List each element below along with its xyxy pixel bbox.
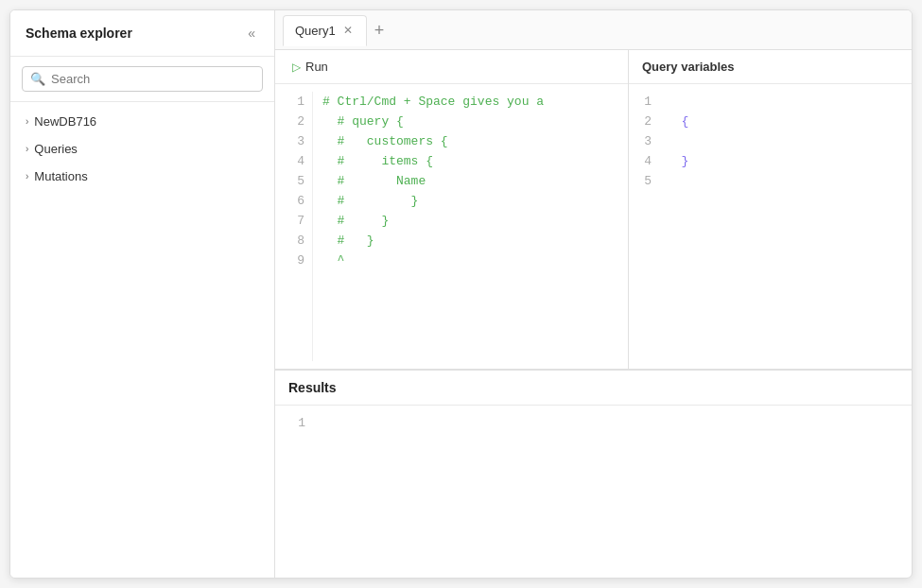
qv-line-number: 5 xyxy=(635,171,652,191)
code-editor[interactable]: 1 2 3 4 5 6 7 8 9 # Ctrl/Cmd + Space giv… xyxy=(275,84,628,369)
chevron-icon: › xyxy=(26,171,28,182)
line-numbers: 1 2 3 4 5 6 7 8 9 xyxy=(275,92,313,361)
nav-items: › NewDB716 › Queries › Mutations xyxy=(10,102,274,196)
code-content: # Ctrl/Cmd + Space gives you a # query {… xyxy=(313,92,628,361)
code-line: # } xyxy=(322,191,618,211)
line-number: 2 xyxy=(283,112,304,131)
sidebar-item-mutations[interactable]: › Mutations xyxy=(10,163,274,190)
code-line: # customers { xyxy=(322,131,618,151)
qv-line-number: 4 xyxy=(635,151,652,171)
qv-line-number: 2 xyxy=(635,112,652,131)
chevron-icon: › xyxy=(26,144,28,154)
code-line: ^ xyxy=(322,251,618,270)
code-line: # query { xyxy=(322,112,618,131)
code-line: # } xyxy=(322,231,618,251)
main-content: Query1 ✕ + ▷ Run 1 2 3 4 xyxy=(275,10,912,578)
tab-close-button[interactable]: ✕ xyxy=(341,24,355,37)
run-button[interactable]: ▷ Run xyxy=(287,58,334,76)
run-bar: ▷ Run xyxy=(275,50,628,84)
qv-line-numbers: 1 2 3 4 5 xyxy=(629,92,657,361)
sidebar-item-label: NewDB716 xyxy=(34,114,96,129)
line-number: 4 xyxy=(283,151,304,171)
code-line: # } xyxy=(322,211,618,231)
code-line: # items { xyxy=(322,151,618,171)
search-box: 🔍 xyxy=(22,66,263,92)
qv-line-number: 1 xyxy=(635,92,652,112)
results-code xyxy=(313,413,339,570)
chevron-icon: › xyxy=(26,116,28,127)
results-content: 1 xyxy=(275,406,912,578)
query-editor: ▷ Run 1 2 3 4 5 6 7 8 9 xyxy=(275,50,628,369)
tab-query1[interactable]: Query1 ✕ xyxy=(283,15,367,46)
qv-line-number: 3 xyxy=(635,131,652,151)
add-tab-button[interactable]: + xyxy=(367,18,392,43)
results-line-number: 1 xyxy=(283,413,305,433)
qv-code-line: { xyxy=(667,112,688,131)
sidebar-item-label: Queries xyxy=(34,142,78,156)
sidebar-item-queries[interactable]: › Queries xyxy=(10,135,274,163)
qv-code-line xyxy=(667,171,688,191)
query-variables-title: Query variables xyxy=(629,50,912,84)
qv-editor[interactable]: 1 2 3 4 5 { } xyxy=(629,84,912,369)
sidebar-item-label: Mutations xyxy=(34,169,87,183)
line-number: 8 xyxy=(283,231,304,251)
qv-code-content: { } xyxy=(657,92,698,361)
play-icon: ▷ xyxy=(292,61,301,74)
results-title: Results xyxy=(275,371,912,406)
tabs-bar: Query1 ✕ + xyxy=(275,10,912,50)
run-label: Run xyxy=(305,60,328,74)
line-number: 5 xyxy=(283,171,304,191)
line-number: 9 xyxy=(283,251,304,270)
collapse-button[interactable]: « xyxy=(244,24,259,43)
editor-area: ▷ Run 1 2 3 4 5 6 7 8 9 xyxy=(275,50,912,370)
sidebar-item-newdb716[interactable]: › NewDB716 xyxy=(10,108,274,135)
sidebar: Schema explorer « 🔍 › NewDB716 › Queries… xyxy=(10,10,275,578)
qv-code-line xyxy=(667,92,688,112)
code-line: # Name xyxy=(322,171,618,191)
sidebar-title: Schema explorer xyxy=(26,26,132,41)
line-number: 1 xyxy=(283,92,304,112)
code-line: # Ctrl/Cmd + Space gives you a xyxy=(322,92,618,112)
collapse-icon: « xyxy=(248,26,255,41)
line-number: 3 xyxy=(283,131,304,151)
search-area: 🔍 xyxy=(10,57,274,102)
search-icon: 🔍 xyxy=(30,72,45,86)
results-line-numbers: 1 xyxy=(275,413,313,570)
results-area: Results 1 xyxy=(275,370,912,578)
search-input[interactable] xyxy=(51,72,254,86)
tab-label: Query1 xyxy=(295,24,336,38)
sidebar-header: Schema explorer « xyxy=(10,10,274,57)
line-number: 7 xyxy=(283,211,304,231)
query-variables-panel: Query variables 1 2 3 4 5 { } xyxy=(628,50,912,369)
qv-code-line xyxy=(667,131,688,151)
line-number: 6 xyxy=(283,191,304,211)
app-container: Schema explorer « 🔍 › NewDB716 › Queries… xyxy=(9,9,913,579)
qv-code-line: } xyxy=(667,151,688,171)
